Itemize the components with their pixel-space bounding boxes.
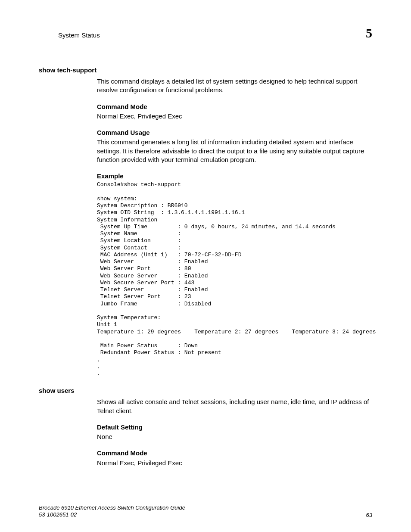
page-number: 63 [366, 512, 372, 518]
default-setting-label: Default Setting [97, 423, 372, 432]
command-usage-label: Command Usage [97, 128, 372, 137]
command-heading-show-users: show users [39, 387, 372, 394]
default-setting-text: None [97, 432, 372, 441]
command-heading-tech-support: show tech-support [39, 66, 372, 74]
command-mode-label: Command Mode [97, 449, 372, 457]
page: System Status 5 show tech-support This c… [0, 0, 411, 532]
command-mode-text: Normal Exec, Privileged Exec [97, 459, 372, 467]
doc-number: 53-1002651-02 [39, 511, 77, 518]
book-title: Brocade 6910 Ethernet Access Switch Conf… [39, 504, 185, 511]
command-usage-text: This command generates a long list of in… [97, 138, 372, 164]
running-header: System Status 5 [39, 26, 372, 40]
example-label: Example [97, 172, 372, 180]
page-footer: Brocade 6910 Ethernet Access Switch Conf… [39, 504, 372, 519]
body-tech-support: This command displays a detailed list of… [97, 77, 372, 377]
chapter-number: 5 [366, 26, 372, 40]
command-mode-label: Command Mode [97, 103, 372, 111]
footer-left: Brocade 6910 Ethernet Access Switch Conf… [39, 504, 185, 519]
example-code: Console#show tech-support show system: S… [97, 181, 372, 377]
intro-text: This command displays a detailed list of… [97, 77, 372, 95]
intro-text: Shows all active console and Telnet sess… [97, 398, 372, 415]
command-mode-text: Normal Exec, Privileged Exec [97, 112, 372, 121]
body-show-users: Shows all active console and Telnet sess… [97, 398, 372, 467]
section-title: System Status [58, 31, 100, 39]
